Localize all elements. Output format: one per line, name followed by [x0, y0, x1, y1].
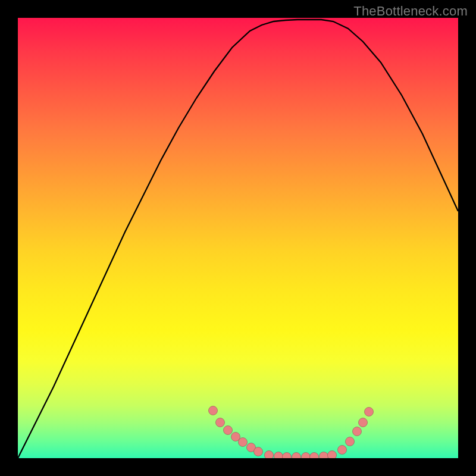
data-marker — [265, 451, 274, 459]
data-marker — [209, 406, 218, 415]
data-marker — [283, 453, 292, 459]
bottleneck-curve — [18, 20, 458, 458]
data-marker — [359, 418, 368, 427]
data-marker — [338, 446, 347, 455]
curve-layer — [18, 18, 458, 458]
data-marker — [353, 427, 362, 436]
data-markers — [209, 406, 374, 459]
data-marker — [254, 447, 263, 456]
plot-area — [18, 18, 458, 458]
data-marker — [320, 452, 328, 459]
data-marker — [365, 408, 374, 416]
data-marker — [328, 451, 337, 459]
data-marker — [224, 426, 233, 435]
data-marker — [216, 418, 225, 427]
data-marker — [346, 437, 355, 446]
watermark-text: TheBottleneck.com — [353, 4, 468, 19]
data-marker — [302, 453, 311, 459]
data-marker — [274, 452, 283, 459]
chart-frame: TheBottleneck.com — [0, 0, 476, 476]
data-marker — [239, 438, 248, 447]
data-marker — [310, 453, 319, 459]
data-marker — [292, 453, 301, 459]
